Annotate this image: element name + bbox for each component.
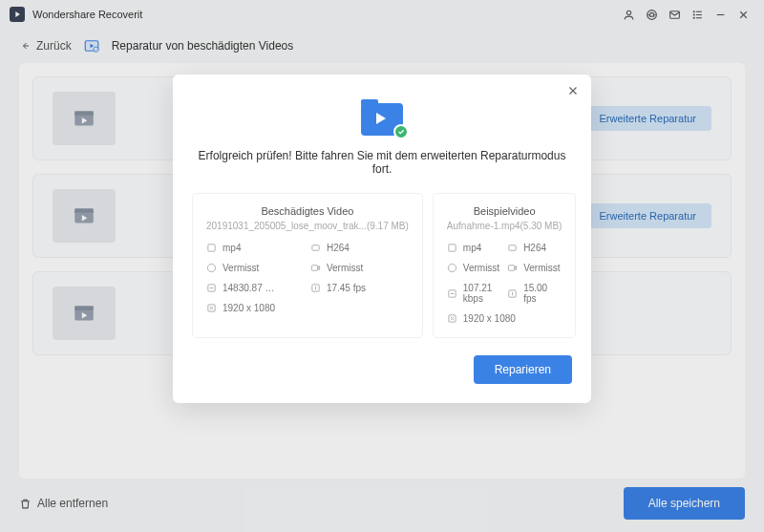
prop-format: mp4 bbox=[206, 243, 305, 253]
svg-rect-30 bbox=[449, 245, 456, 251]
prop-resolution: 1920 x 1080 bbox=[206, 303, 409, 313]
repair-dialog: Erfolgreich prüfen! Bitte fahren Sie mit… bbox=[173, 74, 591, 403]
prop-bitrate: 14830.87 … bbox=[206, 283, 305, 293]
svg-point-25 bbox=[207, 264, 215, 271]
prop-codec: H264 bbox=[310, 243, 409, 253]
prop-fps: 17.45 fps bbox=[310, 283, 409, 293]
svg-point-32 bbox=[448, 264, 456, 271]
prop-bitrate: 107.21 kbps bbox=[447, 283, 501, 304]
sample-filename: Aufnahme-1.mp4(5.30 MB) bbox=[447, 221, 562, 231]
svg-rect-24 bbox=[312, 245, 319, 251]
damaged-filename: 20191031_205005_lose_moov_trak...(9.17 M… bbox=[206, 221, 409, 231]
damaged-title: Beschädigtes Video bbox=[206, 205, 409, 217]
svg-rect-26 bbox=[311, 266, 317, 271]
damaged-video-panel: Beschädigtes Video 20191031_205005_lose_… bbox=[192, 193, 423, 338]
prop-audio: Vermisst bbox=[206, 263, 305, 273]
svg-rect-33 bbox=[509, 266, 515, 271]
dialog-success-icon bbox=[192, 99, 572, 136]
modal-overlay: Erfolgreich prüfen! Bitte fahren Sie mit… bbox=[0, 0, 764, 532]
prop-frameinfo: Vermisst bbox=[507, 263, 562, 273]
svg-rect-23 bbox=[208, 245, 215, 251]
prop-audio: Vermisst bbox=[447, 263, 501, 273]
prop-resolution: 1920 x 1080 bbox=[447, 313, 562, 324]
svg-rect-31 bbox=[509, 245, 516, 251]
dialog-close-button[interactable] bbox=[566, 84, 580, 101]
prop-frameinfo: Vermisst bbox=[310, 263, 409, 273]
prop-fps: 15.00 fps bbox=[507, 283, 562, 304]
sample-title: Beispielvideo bbox=[447, 205, 562, 217]
prop-codec: H264 bbox=[507, 243, 562, 253]
repair-button[interactable]: Reparieren bbox=[474, 355, 572, 384]
sample-video-panel: Beispielvideo Aufnahme-1.mp4(5.30 MB) mp… bbox=[433, 193, 577, 338]
prop-format: mp4 bbox=[447, 243, 501, 253]
dialog-message: Erfolgreich prüfen! Bitte fahren Sie mit… bbox=[192, 149, 572, 176]
